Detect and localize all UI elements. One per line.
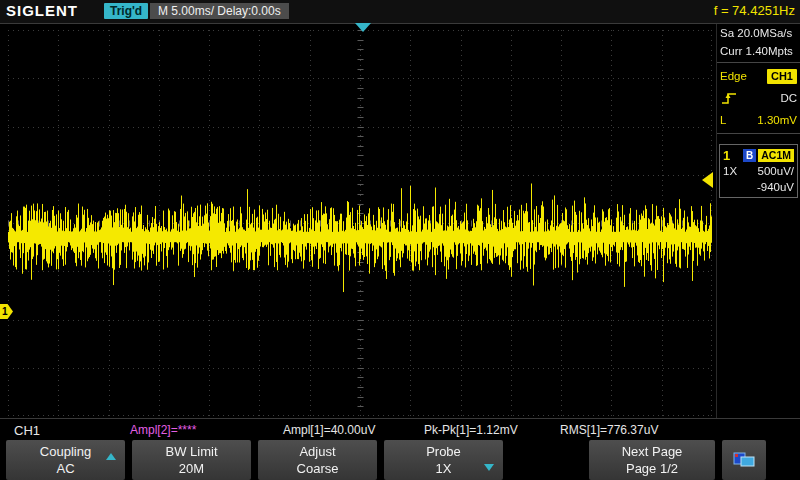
rising-edge-icon (720, 90, 738, 106)
waveform-canvas (8, 30, 712, 416)
bw-limit-button-label: BW Limit (132, 443, 251, 460)
trigger-coupling: DC (780, 92, 797, 104)
channel1-scale-row: 1X 500uV/ (723, 163, 794, 179)
sample-rate: Sa 20.0MSa/s (717, 24, 800, 42)
brand-logo: SIGLENT (6, 2, 78, 19)
measurement-ampl-ch1: Ampl[1]=40.00uV (283, 423, 375, 437)
active-channel-label: CH1 (14, 423, 40, 438)
trigger-level-label: L (720, 114, 726, 126)
next-page-button-value: Page 1/2 (589, 460, 715, 477)
windows-icon (732, 451, 756, 469)
measurement-ampl-ch2: Ampl[2]=**** (130, 423, 196, 437)
trigger-status-badge: Trig'd (104, 3, 148, 19)
adjust-button[interactable]: Adjust Coarse (258, 440, 377, 480)
divider (717, 133, 800, 134)
coupling-button-value: AC (6, 460, 125, 477)
trigger-level-row: L 1.30mV (717, 109, 800, 131)
channel-menu-button[interactable] (722, 440, 766, 480)
probe-button-label: Probe (384, 443, 503, 460)
status-sidebar: Sa 20.0MSa/s Curr 1.40Mpts Edge CH1 DC L… (716, 24, 800, 418)
waveform-display (8, 30, 712, 416)
channel1-badges-row: 1 B AC1M (723, 147, 794, 163)
down-arrow-icon (484, 464, 494, 471)
divider (717, 62, 800, 63)
trigger-type-label: Edge (720, 70, 747, 82)
softkey-menu: Coupling AC BW Limit 20M Adjust Coarse P… (0, 440, 800, 480)
bandwidth-limit-badge: B (743, 149, 756, 162)
adjust-button-value: Coarse (258, 460, 377, 477)
timebase-readout: M 5.00ms/ Delay:0.00s (150, 3, 289, 19)
channel1-number: 1 (723, 148, 730, 163)
measurement-pkpk-ch1: Pk-Pk[1]=1.12mV (424, 423, 518, 437)
measurement-bar: CH1 Ampl[2]=**** Ampl[1]=40.00uV Pk-Pk[1… (0, 418, 800, 440)
probe-attenuation: 1X (723, 165, 737, 177)
oscilloscope-screen: SIGLENT Trig'd M 5.00ms/ Delay:0.00s f =… (0, 0, 800, 480)
trigger-level-marker-icon (702, 172, 713, 188)
channel1-offset-row: -940uV (723, 179, 794, 195)
trigger-position-marker-icon (355, 23, 371, 32)
frequency-readout: f = 74.4251Hz (714, 3, 795, 18)
coupling-button[interactable]: Coupling AC (6, 440, 125, 480)
probe-button[interactable]: Probe 1X (384, 440, 503, 480)
bw-limit-button-value: 20M (132, 460, 251, 477)
volts-per-div: 500uV/ (758, 165, 794, 177)
trigger-source-badge: CH1 (767, 69, 797, 84)
top-status-bar: SIGLENT Trig'd M 5.00ms/ Delay:0.00s f =… (0, 0, 800, 24)
next-page-button[interactable]: Next Page Page 1/2 (589, 440, 715, 480)
next-page-button-label: Next Page (589, 443, 715, 460)
trigger-coupling-row: DC (717, 87, 800, 109)
up-arrow-icon (106, 453, 116, 460)
bw-limit-button[interactable]: BW Limit 20M (132, 440, 251, 480)
trigger-level-value: 1.30mV (757, 114, 797, 126)
memory-depth: Curr 1.40Mpts (717, 42, 800, 60)
trigger-type-row: Edge CH1 (717, 65, 800, 87)
channel1-descriptor: 1 B AC1M 1X 500uV/ -940uV (719, 144, 798, 198)
measurement-rms-ch1: RMS[1]=776.37uV (560, 423, 658, 437)
adjust-button-label: Adjust (258, 443, 377, 460)
channel-offset: -940uV (757, 181, 794, 193)
channel-coupling-badge: AC1M (758, 149, 794, 162)
